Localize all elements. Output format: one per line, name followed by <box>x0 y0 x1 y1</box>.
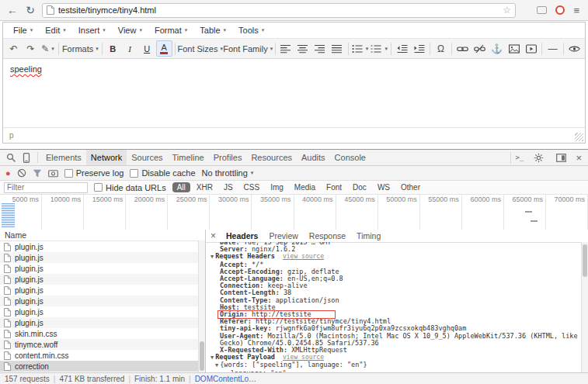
request-row[interactable]: plugin.js <box>0 263 205 274</box>
camera-icon[interactable] <box>48 169 58 178</box>
record-network-log-icon[interactable]: ● <box>5 169 11 178</box>
clear-icon[interactable] <box>17 168 26 178</box>
horizontal-rule-button[interactable]: — <box>545 40 561 57</box>
details-tab-response[interactable]: Response <box>304 230 351 242</box>
request-row[interactable]: plugin.js <box>0 296 205 306</box>
menu-item-format[interactable]: Format▾ <box>148 24 193 36</box>
align-right-button[interactable] <box>312 40 329 57</box>
address-bar[interactable]: testsite/tinymce/tiny4.html ☆ <box>42 3 516 18</box>
font-sizes-dropdown[interactable]: Font Sizes▾ <box>178 40 223 57</box>
request-row[interactable]: skin.min.css <box>0 328 205 339</box>
formats-dropdown[interactable]: Formats▾ <box>61 40 99 57</box>
align-center-button[interactable] <box>295 40 311 57</box>
align-justify-button[interactable] <box>329 40 346 57</box>
scrollbar-thumb[interactable] <box>583 244 587 277</box>
align-left-button[interactable] <box>278 40 294 57</box>
filter-pill-js[interactable]: JS <box>219 182 238 192</box>
settings-gear-icon[interactable] <box>531 153 546 163</box>
resize-grip[interactable] <box>575 133 583 141</box>
bold-button[interactable]: B <box>105 40 121 57</box>
menu-item-tools[interactable]: Tools▾ <box>232 24 270 36</box>
console-drawer-icon[interactable]: >_ <box>516 154 524 161</box>
timeline-overview[interactable]: 5000 ms10000 ms15000 ms20000 ms25000 ms3… <box>0 195 588 230</box>
devtools-tab-network[interactable]: Network <box>86 150 127 165</box>
close-details-icon[interactable]: × <box>206 230 221 241</box>
text-color-button[interactable]: A <box>156 40 172 57</box>
request-row[interactable]: plugin.js <box>0 252 205 263</box>
reload-icon[interactable]: ↻ <box>24 4 37 16</box>
filter-pill-font[interactable]: Font <box>322 182 346 192</box>
close-devtools-icon[interactable]: × <box>576 152 582 164</box>
link-button[interactable] <box>454 40 471 57</box>
bullet-list-button[interactable]: ▾ <box>351 40 370 57</box>
filter-pill-xhr[interactable]: XHR <box>192 182 217 192</box>
request-row[interactable]: plugin.js <box>0 241 205 252</box>
request-row[interactable]: tinymce.woff <box>0 339 205 350</box>
filter-pill-media[interactable]: Media <box>290 182 320 192</box>
device-toolbar-icon[interactable] <box>19 153 34 163</box>
record-extension-icon[interactable] <box>555 5 565 15</box>
editor-content-area[interactable]: speeling <box>3 59 585 127</box>
details-tab-preview[interactable]: Preview <box>263 230 303 242</box>
preserve-log-checkbox[interactable]: Preserve log <box>64 168 124 178</box>
menu-item-insert[interactable]: Insert▾ <box>72 24 112 36</box>
filter-pill-all[interactable]: All <box>172 182 190 192</box>
outdent-button[interactable] <box>394 40 410 57</box>
name-column-header[interactable]: Name <box>0 230 205 241</box>
menu-item-file[interactable]: File▾ <box>7 24 39 36</box>
indent-button[interactable] <box>411 40 427 57</box>
disable-cache-checkbox[interactable]: Disable cache <box>130 168 195 178</box>
browser-menu-icon[interactable]: ≡ <box>573 5 579 16</box>
request-row[interactable]: plugin.js <box>0 306 205 317</box>
italic-button[interactable]: I <box>122 40 138 57</box>
redo-button[interactable]: ↷ <box>23 40 39 57</box>
filter-pill-img[interactable]: Img <box>266 182 288 192</box>
request-row[interactable]: plugin.js <box>0 317 205 328</box>
inspect-element-icon[interactable] <box>3 153 19 163</box>
devtools-tab-console[interactable]: Console <box>330 150 371 165</box>
menu-item-table[interactable]: Table▾ <box>193 24 232 36</box>
devtools-tab-audits[interactable]: Audits <box>297 150 330 165</box>
preview-button[interactable] <box>566 40 583 57</box>
devtools-tab-profiles[interactable]: Profiles <box>209 150 247 165</box>
font-family-dropdown[interactable]: Font Family▾ <box>224 40 273 57</box>
filter-pill-other[interactable]: Other <box>396 182 425 192</box>
filter-pill-css[interactable]: CSS <box>239 182 265 192</box>
requests-scrollbar[interactable] <box>198 240 205 372</box>
menu-item-view[interactable]: View▾ <box>112 24 148 36</box>
request-row[interactable]: content.min.css <box>0 350 205 361</box>
scrollbar-thumb[interactable] <box>200 341 204 371</box>
misspelled-word[interactable]: speeling <box>10 64 42 74</box>
throttling-dropdown[interactable]: No throttling▾ <box>202 168 254 178</box>
devtools-tab-elements[interactable]: Elements <box>41 150 86 165</box>
unlink-button[interactable] <box>471 40 488 57</box>
hide-data-urls-checkbox[interactable]: Hide data URLs <box>94 183 166 192</box>
view-source-link[interactable]: view source <box>283 354 324 361</box>
anchor-button[interactable]: ⚓ <box>489 40 505 57</box>
underline-button[interactable]: U <box>139 40 155 57</box>
element-path[interactable]: p <box>9 131 14 140</box>
dock-side-icon[interactable] <box>553 154 569 162</box>
details-scrollbar[interactable] <box>581 242 588 372</box>
filter-input[interactable] <box>4 182 88 193</box>
numbered-list-button[interactable]: ▾ <box>370 40 388 57</box>
devtools-tab-timeline[interactable]: Timeline <box>168 150 209 165</box>
details-tab-timing[interactable]: Timing <box>351 230 386 242</box>
devtools-tab-resources[interactable]: Resources <box>246 150 297 165</box>
paste-options-button[interactable]: ✎▾ <box>40 40 56 57</box>
filter-pill-ws[interactable]: WS <box>373 182 395 192</box>
filter-funnel-icon[interactable] <box>33 169 42 178</box>
window-icon[interactable] <box>537 6 547 14</box>
menu-item-edit[interactable]: Edit▾ <box>39 24 71 36</box>
charmap-button[interactable]: Ω <box>433 40 449 57</box>
request-row[interactable]: plugin.js <box>0 285 205 296</box>
filter-pill-doc[interactable]: Doc <box>348 182 371 192</box>
bookmark-star-icon[interactable]: ☆ <box>503 5 511 16</box>
back-icon[interactable]: ← <box>6 4 19 16</box>
details-tab-headers[interactable]: Headers <box>221 230 263 242</box>
undo-button[interactable]: ↶ <box>5 40 22 57</box>
request-row[interactable]: correction <box>0 361 205 372</box>
media-button[interactable] <box>523 40 539 57</box>
request-row[interactable]: plugin.js <box>0 274 205 285</box>
devtools-tab-sources[interactable]: Sources <box>127 150 167 165</box>
